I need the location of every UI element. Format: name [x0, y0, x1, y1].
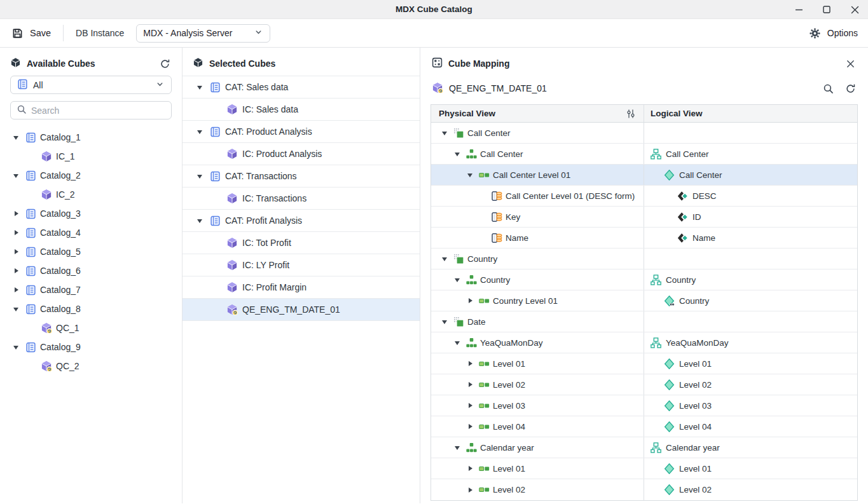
expand-down-arrow[interactable] [439, 128, 450, 138]
expand-right-arrow[interactable] [464, 424, 476, 429]
cell-label: Key [506, 212, 520, 222]
expand-right-arrow[interactable] [464, 466, 476, 471]
expand-down-arrow[interactable] [194, 172, 205, 181]
mapping-row[interactable]: Country [431, 249, 857, 269]
catalog-filter-select[interactable]: All [10, 76, 172, 94]
close-window-button[interactable] [848, 3, 862, 17]
mapping-row[interactable]: Call Center Level 01 (DESC form)DESC [431, 186, 857, 207]
expand-right-arrow[interactable] [10, 268, 22, 273]
selected-cube-row[interactable]: IC: Transactions [183, 187, 420, 210]
logical-cell: YeaQuaMonDay [651, 337, 729, 348]
available-cube-row[interactable]: Catalog_9 [0, 337, 182, 357]
selected-cube-row[interactable]: IC: LY Profit [183, 254, 420, 276]
options-button[interactable]: Options [808, 26, 858, 40]
available-cube-row[interactable]: Catalog_2 [0, 166, 182, 185]
expand-right-arrow[interactable] [464, 403, 476, 408]
mapping-row[interactable]: Call CenterCall Center [431, 144, 857, 165]
selected-cube-row[interactable]: QE_ENG_TM_DATE_01 [183, 299, 420, 321]
expand-down-arrow[interactable] [451, 443, 463, 453]
expand-down-arrow[interactable] [10, 171, 22, 180]
expand-down-arrow[interactable] [451, 149, 463, 159]
maximize-button[interactable] [820, 3, 834, 17]
mapping-row[interactable]: Level 03Level 03 [431, 395, 857, 416]
mapping-row[interactable]: CountryCountry [431, 269, 857, 290]
expand-down-arrow[interactable] [439, 254, 450, 264]
available-cube-row[interactable]: QC_1 [0, 318, 182, 337]
mapping-row[interactable]: Level 02Level 02 [431, 374, 857, 395]
available-cube-row[interactable]: IC_2 [0, 185, 182, 204]
available-cube-row[interactable]: Catalog_7 [0, 280, 182, 299]
server-select[interactable]: MDX - Analysis Server [136, 24, 270, 43]
selected-cube-row[interactable]: CAT: Sales data [183, 76, 420, 99]
selected-cube-row[interactable]: IC: Product Analysis [183, 143, 420, 165]
physical-cell: YeaQuaMonDay [439, 337, 543, 348]
mapping-row[interactable]: YeaQuaMonDayYeaQuaMonDay [431, 332, 857, 353]
available-cube-row[interactable]: Catalog_3 [0, 204, 182, 223]
available-cube-row[interactable]: QC_2 [0, 357, 182, 376]
refresh-available-button[interactable] [158, 57, 172, 71]
expand-down-arrow[interactable] [451, 338, 463, 348]
selected-cube-row[interactable]: IC: Sales data [183, 99, 420, 121]
minimize-button[interactable] [792, 3, 806, 17]
expand-down-arrow[interactable] [439, 317, 450, 327]
expand-right-arrow[interactable] [464, 298, 476, 303]
expand-right-arrow[interactable] [10, 211, 22, 216]
selected-cube-row[interactable]: CAT: Profit Analysis [183, 210, 420, 232]
available-cube-row[interactable]: Catalog_5 [0, 242, 182, 261]
expand-right-arrow[interactable] [464, 382, 476, 387]
expand-down-arrow[interactable] [10, 133, 22, 142]
logical-cell: Calendar year [651, 442, 720, 453]
available-cube-row[interactable]: Catalog_4 [0, 223, 182, 242]
selected-cube-row[interactable]: IC: Profit Margin [183, 276, 420, 299]
cell-label: Date [467, 317, 486, 327]
mapping-row[interactable]: Calendar yearCalendar year [431, 437, 857, 458]
search-input[interactable] [31, 106, 165, 116]
mapping-row[interactable]: Level 01Level 01 [431, 353, 857, 374]
attr-diamond-icon [677, 191, 688, 201]
mapping-row[interactable]: KeyID [431, 207, 857, 228]
selected-cube-row[interactable]: CAT: Transactions [183, 165, 420, 187]
cell-label: Call Center [467, 128, 511, 138]
expand-down-arrow[interactable] [194, 83, 205, 92]
hierarchy-icon [466, 275, 477, 285]
mapping-row[interactable]: Country Level 01Country [431, 290, 857, 311]
expand-down-arrow[interactable] [10, 304, 22, 314]
search-field[interactable] [10, 101, 172, 119]
expand-right-arrow[interactable] [10, 249, 22, 254]
expand-right-arrow[interactable] [10, 230, 22, 235]
expand-right-arrow[interactable] [464, 361, 476, 366]
available-cube-row[interactable]: IC_1 [0, 147, 182, 166]
expand-down-arrow[interactable] [451, 275, 463, 285]
dimension-icon [453, 254, 464, 264]
logical-cell: Level 04 [651, 421, 712, 432]
selected-cube-row[interactable]: IC: Tot Profit [183, 232, 420, 254]
available-cube-row[interactable]: Catalog_6 [0, 261, 182, 280]
close-mapping-button[interactable] [843, 57, 857, 71]
cell-label: Call Center [666, 149, 709, 159]
expand-right-arrow[interactable] [10, 287, 22, 292]
expand-right-arrow[interactable] [464, 487, 476, 493]
item-label: QC_2 [56, 361, 79, 371]
available-cube-row[interactable]: Catalog_8 [0, 299, 182, 318]
cell-label: Country Level 01 [493, 296, 558, 306]
mapping-row[interactable]: Level 01Level 01 [431, 458, 857, 479]
expand-down-arrow[interactable] [10, 343, 22, 352]
save-button[interactable]: Save [10, 26, 51, 40]
search-mapping-button[interactable] [821, 81, 835, 95]
mapping-row[interactable]: NameName [431, 228, 857, 249]
query-cube-icon [41, 360, 52, 372]
mapping-row[interactable]: Call Center [431, 123, 857, 144]
available-cube-row[interactable]: Catalog_1 [0, 128, 182, 147]
expand-down-arrow[interactable] [194, 127, 205, 137]
refresh-mapping-button[interactable] [843, 81, 857, 95]
filter-sliders-icon[interactable] [624, 107, 638, 121]
mapping-row[interactable]: Level 04Level 04 [431, 416, 857, 437]
mapping-row[interactable]: Date [431, 311, 857, 332]
diamond-icon [664, 484, 675, 495]
mapping-row[interactable]: Call Center Level 01Call Center [431, 165, 857, 186]
attr-diamond-icon [677, 212, 688, 222]
expand-down-arrow[interactable] [194, 216, 205, 226]
expand-down-arrow[interactable] [464, 170, 476, 180]
selected-cube-row[interactable]: CAT: Product Analysis [183, 121, 420, 143]
mapping-row[interactable]: Level 02Level 02 [431, 479, 857, 500]
